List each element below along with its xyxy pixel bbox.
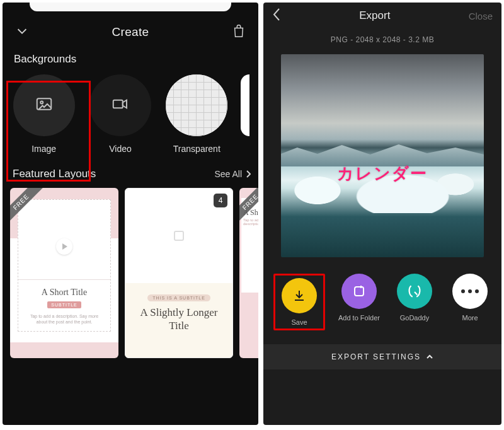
see-all-label: See All bbox=[214, 169, 242, 179]
background-option-transparent[interactable]: Transparent bbox=[164, 74, 229, 154]
export-settings-button[interactable]: EXPORT SETTINGS bbox=[263, 344, 501, 369]
page-count-badge: 4 bbox=[214, 194, 227, 207]
layout-title: A Shor bbox=[243, 208, 258, 218]
add-to-folder-button[interactable]: Add to Folder bbox=[338, 274, 381, 322]
background-option-label: Transparent bbox=[173, 144, 220, 154]
page-title: Create bbox=[29, 25, 232, 39]
see-all-button[interactable]: See All bbox=[214, 169, 251, 179]
export-preview: カレンダー bbox=[281, 54, 484, 257]
more-button[interactable]: More bbox=[449, 274, 491, 322]
close-button[interactable]: Close bbox=[469, 11, 493, 21]
placeholder-icon bbox=[174, 231, 184, 241]
page-title: Export bbox=[281, 9, 469, 22]
backgrounds-label: Backgrounds bbox=[3, 47, 258, 71]
folder-plus-icon bbox=[352, 284, 367, 299]
chevron-right-icon bbox=[246, 170, 251, 178]
background-option-label: Image bbox=[32, 144, 56, 154]
godaddy-icon bbox=[406, 283, 423, 299]
layout-subtitle-pill: THIS IS A SUBTITLE bbox=[147, 294, 210, 301]
create-screen: Create Backgrounds Image bbox=[3, 3, 258, 425]
status-bar bbox=[3, 3, 258, 18]
download-icon bbox=[292, 288, 307, 303]
featured-header: Featured Layouts See All bbox=[3, 154, 258, 185]
layout-card[interactable]: 4 THIS IS A SUBTITLE A Slightly Longer T… bbox=[125, 188, 233, 358]
transparent-grid-icon bbox=[166, 74, 227, 136]
godaddy-button[interactable]: GoDaddy bbox=[393, 274, 436, 322]
layout-title: A Short Title bbox=[42, 288, 87, 298]
background-option-video[interactable]: Video bbox=[88, 74, 152, 154]
layout-card[interactable]: FREE A Shor Tap to add a description. bbox=[239, 188, 258, 358]
export-settings-label: EXPORT SETTINGS bbox=[331, 352, 421, 361]
export-metadata: PNG - 2048 x 2048 - 3.2 MB bbox=[272, 29, 493, 54]
backgrounds-row: Image Video Transparent bbox=[3, 71, 258, 154]
more-icon bbox=[461, 289, 479, 293]
background-option-image[interactable]: Image bbox=[11, 74, 76, 154]
export-screen: Export Close PNG - 2048 x 2048 - 3.2 MB … bbox=[263, 3, 501, 425]
video-icon bbox=[111, 95, 130, 116]
svg-rect-3 bbox=[355, 287, 364, 296]
action-label: Add to Folder bbox=[338, 314, 380, 322]
action-label: More bbox=[462, 314, 478, 322]
featured-label: Featured Layouts bbox=[13, 168, 96, 180]
highlight-save: Save bbox=[273, 274, 325, 330]
preview-text: カレンダー bbox=[281, 163, 484, 185]
action-label: GoDaddy bbox=[400, 314, 429, 322]
chevron-left-icon bbox=[272, 8, 281, 21]
save-button[interactable]: Save bbox=[278, 278, 321, 326]
chevron-down-icon[interactable] bbox=[15, 24, 29, 40]
featured-layouts-row[interactable]: FREE A Short Title SUBTITLE Tap to add a… bbox=[3, 185, 258, 363]
svg-point-1 bbox=[40, 102, 43, 104]
layout-subtitle-badge: SUBTITLE bbox=[47, 301, 81, 308]
play-icon bbox=[56, 238, 72, 255]
export-header: Export Close bbox=[272, 3, 493, 29]
svg-rect-2 bbox=[113, 100, 123, 108]
back-button[interactable] bbox=[272, 8, 281, 24]
layout-description: Tap to add a description. bbox=[243, 218, 258, 226]
image-icon bbox=[35, 95, 54, 116]
layout-card[interactable]: FREE A Short Title SUBTITLE Tap to add a… bbox=[10, 188, 118, 358]
background-option-label: Video bbox=[109, 144, 132, 154]
layout-title: A Slightly Longer Title bbox=[129, 306, 229, 332]
action-label: Save bbox=[291, 318, 307, 326]
chevron-up-icon bbox=[426, 353, 433, 361]
shopping-bag-icon[interactable] bbox=[232, 23, 246, 41]
background-option-next[interactable] bbox=[241, 74, 249, 136]
export-actions: Save Add to Folder GoDaddy bbox=[272, 274, 493, 330]
layout-description: Tap to add a description. Say more about… bbox=[18, 313, 110, 331]
create-header: Create bbox=[3, 18, 258, 47]
